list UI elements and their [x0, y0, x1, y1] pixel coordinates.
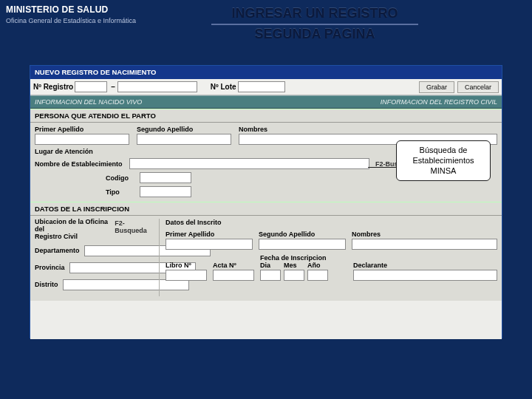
callout-leader-line: [368, 167, 399, 168]
fecha-inscripcion-label: Fecha de Inscripcion: [260, 254, 347, 262]
inscripcion-right: Datos del Inscrito Primer Apellido Segun…: [166, 219, 497, 296]
title-separator: [211, 24, 418, 25]
lote-input[interactable]: [238, 81, 285, 92]
lote-label: Nº Lote: [211, 83, 236, 91]
ministry-subtitle: Oficina General de Estadística e Informá…: [6, 17, 136, 24]
acta-label: Acta Nº: [213, 262, 254, 269]
provincia-label: Provincia: [35, 264, 65, 271]
ubic-oficina-label-2: Registro Civil: [35, 233, 112, 241]
registro-label: Nº Registro: [33, 83, 73, 91]
primer-apellido-input[interactable]: [35, 134, 129, 145]
section-datos-inscripcion: DATOS DE LA INSCRIPCION: [30, 202, 502, 216]
mes-label: Mes: [284, 262, 304, 269]
grabar-button[interactable]: Grabar: [419, 81, 454, 93]
inscripcion-left: Ubicacion de la Oficina del Registro Civ…: [35, 219, 153, 296]
registro-dash: –: [111, 83, 115, 91]
departamento-label: Departamento: [35, 247, 80, 254]
banner: MINISTERIO DE SALUD Oficina General de E…: [0, 0, 532, 46]
registro-input-2[interactable]: [117, 81, 197, 92]
dia-label: Dia: [260, 262, 281, 269]
libro-input[interactable]: [166, 270, 207, 281]
f2-busqueda-ubic[interactable]: F2-Busqueda: [115, 219, 153, 234]
inscripcion-divider: [159, 219, 160, 296]
insc-segundo-apellido-label: Segundo Apellido: [259, 231, 346, 238]
ministry-block: MINISTERIO DE SALUD Oficina General de E…: [0, 0, 142, 29]
dia-input[interactable]: [260, 270, 281, 281]
callout-busqueda-estab: Búsqueda de Establecimientos MINSA: [396, 140, 491, 181]
callout-line-3: MINSA: [401, 166, 485, 177]
primer-apellido-label: Primer Apellido: [35, 126, 129, 133]
ano-label: Año: [307, 262, 328, 269]
codigo-label: Codigo: [106, 174, 135, 182]
inscripcion-grid: Ubicacion de la Oficina del Registro Civ…: [30, 216, 502, 301]
nombres-label: Nombres: [239, 126, 497, 133]
segundo-apellido-label: Segundo Apellido: [137, 126, 231, 133]
callout-line-1: Búsqueda de: [401, 146, 485, 156]
section-info-nacido: INFORMACION DEL NACIDO VIVO: [35, 98, 381, 106]
slide-title-line-2: SEGUNDA PAGINA: [142, 27, 488, 42]
registro-bar: Nº Registro – Nº Lote Grabar Cancelar: [30, 79, 502, 95]
acta-input[interactable]: [213, 270, 254, 281]
section-info-civil: INFORMACION DEL REGISTRO CIVIL: [381, 98, 497, 106]
insc-primer-apellido-label: Primer Apellido: [166, 231, 253, 238]
ubic-oficina-label-1: Ubicacion de la Oficina del: [35, 219, 112, 233]
mes-input[interactable]: [284, 270, 304, 281]
declarante-input[interactable]: [353, 270, 497, 281]
insc-primer-apellido-input[interactable]: [166, 239, 253, 250]
insc-segundo-apellido-input[interactable]: [259, 239, 346, 250]
section-persona-parto: PERSONA QUE ATENDIO EL PARTO: [30, 109, 502, 123]
nombre-estab-label: Nombre de Establecimiento: [35, 160, 123, 168]
ministry-title: MINISTERIO DE SALUD: [6, 4, 136, 15]
form-area: Nº Registro – Nº Lote Grabar Cancelar IN…: [30, 79, 502, 339]
codigo-input[interactable]: [140, 172, 191, 183]
page-root: MINISTERIO DE SALUD Oficina General de E…: [0, 0, 532, 399]
insc-nombres-input[interactable]: [352, 239, 497, 250]
tipo-input[interactable]: [140, 186, 191, 197]
section-info-headers: INFORMACION DEL NACIDO VIVO INFORMACION …: [30, 95, 502, 109]
distrito-label: Distrito: [35, 281, 58, 288]
declarante-label: Declarante: [353, 262, 497, 269]
libro-label: Libro Nº: [166, 262, 207, 269]
insc-nombres-label: Nombres: [352, 231, 497, 238]
slide-title-block: INGRESAR UN REGISTRO SEGUNDA PAGINA: [142, 0, 532, 42]
app-window: NUEVO REGISTRO DE NACIMIENTO Nº Registro…: [30, 65, 502, 338]
tipo-label: Tipo: [106, 188, 135, 196]
nombre-estab-input[interactable]: [129, 158, 369, 169]
datos-inscrito-label: Datos del Inscrito: [166, 219, 497, 226]
window-title: NUEVO REGISTRO DE NACIMIENTO: [30, 66, 502, 79]
registro-input-1[interactable]: [75, 81, 107, 92]
segundo-apellido-input[interactable]: [137, 134, 231, 145]
ano-input[interactable]: [307, 270, 328, 281]
cancelar-button[interactable]: Cancelar: [457, 81, 499, 93]
callout-line-2: Establecimientos: [401, 156, 485, 166]
slide-title-line-1: INGRESAR UN REGISTRO: [142, 6, 488, 21]
